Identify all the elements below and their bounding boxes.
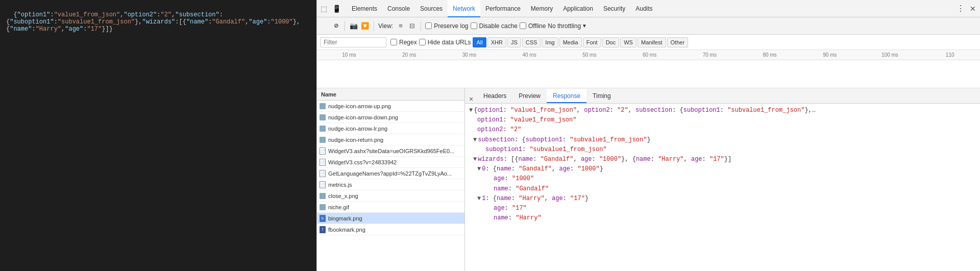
disable-cache-checkbox[interactable] xyxy=(471,22,477,29)
json-wizards-line: ▼ wizards : [{ name : "Gandalf" , age : … xyxy=(469,155,976,164)
stop-recording-icon[interactable]: ⊘ xyxy=(331,21,340,31)
hide-data-urls-checkbox[interactable] xyxy=(419,39,426,45)
list-item[interactable]: f fbookmark.png xyxy=(317,224,464,235)
list-item[interactable]: close_x.png xyxy=(317,190,464,202)
tab-timing[interactable]: Timing xyxy=(586,89,617,103)
filter-ws[interactable]: WS xyxy=(620,37,636,47)
tab-console[interactable]: Console xyxy=(382,0,415,17)
item-name: metrics.js xyxy=(328,182,462,188)
item-icon: 📄 xyxy=(319,147,326,155)
collapse-all-arrow[interactable]: ▼ xyxy=(469,106,473,115)
network-list-header: Name xyxy=(317,88,464,101)
tab-network[interactable]: Network xyxy=(448,0,480,17)
offline-checkbox[interactable] xyxy=(520,22,526,29)
tick-110: 110 xyxy=(920,52,980,58)
list-view-icon[interactable]: ≡ xyxy=(396,21,405,31)
tab-headers[interactable]: Headers xyxy=(477,89,512,103)
subsection-arrow[interactable]: ▼ xyxy=(473,135,477,145)
filter-all[interactable]: All xyxy=(473,37,486,47)
filter-icon[interactable]: 🔽 xyxy=(360,21,370,31)
filter-css[interactable]: CSS xyxy=(522,37,541,47)
json-wizard0-line: ▼ 0 : { name : "Gandalf" , age : "1000" … xyxy=(469,164,976,174)
item-icon: 📄 xyxy=(319,181,326,188)
devtools-icons: ⬚ 📱 xyxy=(319,5,342,13)
wizard0-arrow[interactable]: ▼ xyxy=(477,164,481,174)
offline-text: Offline xyxy=(528,22,546,30)
hide-data-urls-label[interactable]: Hide data URLs xyxy=(419,39,471,46)
tab-sources[interactable]: Sources xyxy=(415,0,448,17)
inspect-icon[interactable]: ⬚ xyxy=(319,5,329,13)
list-item[interactable]: 📄 WidgetV3.css?v=24833942 xyxy=(317,157,464,168)
filter-manifest[interactable]: Manifest xyxy=(638,37,666,47)
filter-media[interactable]: Media xyxy=(559,37,582,47)
json-option1-line: option1 : "value1_from_json" xyxy=(469,115,976,125)
filter-img[interactable]: Img xyxy=(542,37,558,47)
devtools-tab-bar: ⬚ 📱 Elements Console Sources Network Per… xyxy=(317,0,980,17)
filter-doc[interactable]: Doc xyxy=(602,37,620,47)
item-name: bingmark.png xyxy=(328,215,462,221)
disable-cache-text: Disable cache xyxy=(479,22,518,30)
throttling-dropdown-icon: ▼ xyxy=(582,23,587,29)
item-icon xyxy=(319,136,326,143)
preserve-log-text: Preserve log xyxy=(434,22,468,30)
more-options-icon[interactable]: ⋮ xyxy=(953,4,968,13)
regex-checkbox[interactable] xyxy=(390,39,397,45)
json-subsection-line: ▼ subsection : { suboption1 : "subvalue1… xyxy=(469,135,976,145)
filter-type-buttons: All XHR JS CSS Img Media Font Doc WS Man… xyxy=(473,37,688,47)
tick-100ms: 100 ms xyxy=(860,52,920,58)
view-label: View: xyxy=(378,22,393,30)
list-item[interactable]: 📄 GetLanguageNames?appId=%22TZgTvZ9LyAo.… xyxy=(317,168,464,179)
item-name: WidgetV3.ashx?siteData=ueOIGRSKkd965FeE0… xyxy=(328,148,462,154)
offline-label[interactable]: Offline xyxy=(520,22,546,30)
record-icon[interactable] xyxy=(320,21,329,31)
list-item[interactable]: nudge-icon-arrow-up.png xyxy=(317,101,464,112)
tab-security[interactable]: Security xyxy=(598,0,630,17)
item-icon xyxy=(319,125,326,132)
tab-memory[interactable]: Memory xyxy=(526,0,558,17)
screenshot-icon[interactable]: 📷 xyxy=(349,21,358,31)
response-tabs: × Headers Preview Response Timing xyxy=(465,88,980,104)
close-devtools-icon[interactable]: ✕ xyxy=(968,5,978,13)
item-icon: b xyxy=(319,215,326,222)
close-response-icon[interactable]: × xyxy=(467,95,475,103)
filter-js[interactable]: JS xyxy=(507,37,521,47)
filter-other[interactable]: Other xyxy=(667,37,689,47)
item-icon: f xyxy=(319,226,326,233)
json-gandalf-age-line: age : "1000" xyxy=(469,174,976,184)
list-item[interactable]: 📄 WidgetV3.ashx?siteData=ueOIGRSKkd965Fe… xyxy=(317,145,464,157)
json-gandalf-name-line: name : "Gandalf" xyxy=(469,184,976,194)
device-icon[interactable]: 📱 xyxy=(331,5,342,13)
preserve-log-label[interactable]: Preserve log xyxy=(425,22,468,30)
large-rows-icon[interactable]: ⊟ xyxy=(407,21,416,31)
list-item[interactable]: niche.gif xyxy=(317,202,464,213)
regex-label[interactable]: Regex xyxy=(390,39,417,46)
item-icon: 📄 xyxy=(319,170,326,177)
json-top-line: ▼ { option1 : "value1_from_json" , optio… xyxy=(469,106,976,115)
list-item[interactable]: nudge-icon-arrow-lr.png xyxy=(317,123,464,134)
network-list: Name nudge-icon-arrow-up.png nudge-icon-… xyxy=(317,88,465,271)
preserve-log-checkbox[interactable] xyxy=(425,22,432,29)
json-harry-age-line: age : "17" xyxy=(469,204,976,213)
tab-elements[interactable]: Elements xyxy=(347,0,382,17)
tab-preview[interactable]: Preview xyxy=(512,89,547,103)
filter-font[interactable]: Font xyxy=(583,37,601,47)
disable-cache-label[interactable]: Disable cache xyxy=(471,22,518,30)
list-item[interactable]: nudge-icon-return.png xyxy=(317,134,464,145)
wizard1-arrow[interactable]: ▼ xyxy=(477,194,481,204)
list-item[interactable]: nudge-icon-arrow-down.png xyxy=(317,112,464,123)
tab-response[interactable]: Response xyxy=(547,89,586,103)
json-suboption1-line: suboption1 : "subvalue1_from_json" xyxy=(469,145,976,155)
list-item[interactable]: b bingmark.png xyxy=(317,213,464,224)
tab-application[interactable]: Application xyxy=(558,0,598,17)
list-item[interactable]: 📄 metrics.js xyxy=(317,179,464,190)
waterfall-area xyxy=(317,60,980,88)
tab-audits[interactable]: Audits xyxy=(630,0,657,17)
filter-xhr[interactable]: XHR xyxy=(487,37,506,47)
source-code-pane: {"option1":"value1_from_json","option2":… xyxy=(0,0,316,271)
wizards-arrow[interactable]: ▼ xyxy=(473,155,477,164)
filter-input[interactable] xyxy=(320,37,386,47)
network-toolbar: ⊘ 📷 🔽 View: ≡ ⊟ Preserve log Disable cac… xyxy=(317,17,980,35)
name-column-header: Name xyxy=(321,91,336,97)
tab-performance[interactable]: Performance xyxy=(480,0,526,17)
no-throttling-select[interactable]: No throttling ▼ xyxy=(548,22,587,30)
